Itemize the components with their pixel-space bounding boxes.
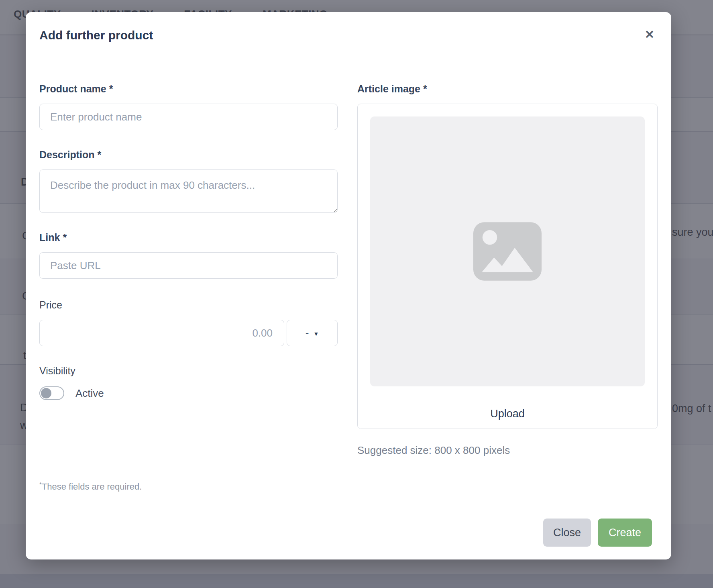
price-row: - ▼ xyxy=(39,320,338,346)
image-column: Article image* Upload Su xyxy=(357,83,658,492)
form-column: Product name* Description* Link* Price -… xyxy=(39,83,338,492)
required-mark: * xyxy=(63,232,67,243)
product-name-label: Product name* xyxy=(39,83,338,95)
article-image-box: Upload xyxy=(357,104,658,429)
image-size-hint: Suggested size: 800 x 800 pixels xyxy=(357,444,658,457)
label-text: Article image xyxy=(357,83,420,94)
image-placeholder xyxy=(370,116,645,386)
note-text: These fields are required. xyxy=(42,482,142,492)
screen: QUALITY INVENTORY FACILITY MARKETING D C… xyxy=(0,0,713,588)
required-mark: * xyxy=(423,83,427,94)
modal-header: Add further product ✕ xyxy=(26,12,671,43)
chevron-down-icon: ▼ xyxy=(313,330,319,337)
upload-button[interactable]: Upload xyxy=(358,399,657,429)
visibility-toggle-row: Active xyxy=(39,386,338,400)
toggle-state-label: Active xyxy=(75,387,104,400)
product-name-input[interactable] xyxy=(39,104,338,130)
modal-title: Add further product xyxy=(39,28,153,43)
label-text: Description xyxy=(39,149,95,160)
close-button[interactable]: Close xyxy=(543,519,591,547)
required-mark: * xyxy=(109,83,113,94)
description-textarea[interactable] xyxy=(39,169,338,213)
article-image-label: Article image* xyxy=(357,83,658,95)
required-mark: * xyxy=(98,149,102,160)
currency-dropdown[interactable]: - ▼ xyxy=(287,320,338,346)
label-text: Link xyxy=(39,232,60,243)
visibility-label: Visibility xyxy=(39,365,338,377)
currency-selected-value: - xyxy=(306,328,309,338)
required-fields-note: *These fields are required. xyxy=(39,481,338,492)
visibility-toggle[interactable] xyxy=(39,386,64,400)
description-label: Description* xyxy=(39,149,338,161)
modal-body: Product name* Description* Link* Price -… xyxy=(26,43,671,505)
modal-footer: Close Create xyxy=(26,505,671,559)
price-input[interactable] xyxy=(39,320,284,346)
close-icon[interactable]: ✕ xyxy=(642,28,658,41)
image-dropzone[interactable] xyxy=(358,104,657,399)
image-icon xyxy=(473,221,542,282)
add-product-modal: Add further product ✕ Product name* Desc… xyxy=(26,12,671,559)
link-label: Link* xyxy=(39,231,338,243)
label-text: Product name xyxy=(39,83,106,94)
link-input[interactable] xyxy=(39,252,338,279)
price-label: Price xyxy=(39,299,338,311)
toggle-knob xyxy=(41,388,51,398)
create-button[interactable]: Create xyxy=(598,519,652,547)
